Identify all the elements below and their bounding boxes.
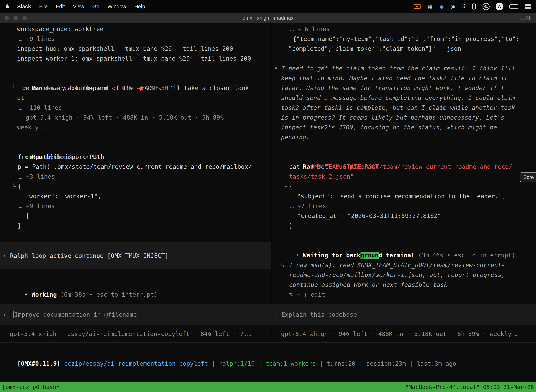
team-workers: team:1 workers bbox=[266, 360, 316, 367]
terminal-line: from pathlib import Path bbox=[0, 152, 271, 162]
json-brace: { bbox=[18, 183, 21, 190]
terminal-line: } bbox=[271, 221, 536, 231]
project-path: cczip/essay/ai-reimplementation-copyleft bbox=[64, 360, 208, 367]
ellipsis-more-lines: … +7 lines bbox=[290, 202, 326, 210]
ellipsis-more-lines: … +16 lines bbox=[290, 25, 330, 33]
screen-recording-icon[interactable] bbox=[414, 4, 421, 9]
separator: | bbox=[258, 360, 262, 367]
prompt-input[interactable]: ›Improve documentation in @filename bbox=[0, 304, 271, 325]
json-arg-line: '{"team_name":"my-team","task_id":"1","f… bbox=[289, 35, 519, 42]
menu-view[interactable]: View bbox=[73, 4, 84, 9]
elbow-icon: └ bbox=[283, 183, 287, 190]
percent-badge-icon[interactable]: 61 bbox=[483, 3, 490, 10]
thinking-line: later. Using the same for transition mig… bbox=[271, 83, 536, 93]
ralph-counter: ralph:1/10 bbox=[219, 360, 255, 367]
terminal-line: "subject": "send a concise recommendatio… bbox=[271, 191, 536, 201]
thinking-line: task2 after task1 is complete, but can I… bbox=[271, 103, 536, 112]
left-pane[interactable]: workspace_mode: worktree … +9 lines insp… bbox=[0, 23, 271, 342]
thinking-line: should send a message before completing … bbox=[271, 93, 536, 103]
edit-shortcut-hint: ⌥ + ↑ edit bbox=[289, 291, 325, 298]
json-brace: } bbox=[289, 222, 293, 229]
thinking-line: keep that in mind. Maybe I also need the… bbox=[271, 73, 536, 83]
blue-app-icon[interactable]: ◆ bbox=[439, 3, 444, 10]
dots-grid-icon[interactable]: ⠿ bbox=[462, 4, 466, 10]
ellipsis-more-lines: … +9 lines bbox=[19, 35, 55, 42]
config-line: inspect_worker-1: omx sparkshell --tmux-… bbox=[17, 55, 251, 62]
terminal-line: └{ bbox=[271, 182, 536, 191]
output-line: at bbox=[17, 94, 24, 101]
model-status-text: gpt-5.4 xhigh · essay/ai-reimplementatio… bbox=[10, 330, 251, 337]
omx-version-label: [OMX#0.11.9] bbox=[17, 360, 61, 367]
omx-status-line: [OMX#0.11.9]cczip/essay/ai-reimplementat… bbox=[0, 349, 536, 359]
command-path-arg: "$OMX_TEAM_STATE_ROOT/team/review-curren… bbox=[304, 163, 512, 170]
code-line: p = Path('.omx/state/team/review-current… bbox=[18, 163, 252, 170]
command-name: cat bbox=[289, 163, 300, 170]
ellipsis-more-lines: … +9 lines bbox=[19, 202, 55, 210]
config-line: inspect_hud: omx sparkshell --tmux-pane … bbox=[17, 45, 233, 52]
terminal-line: … +3 lines bbox=[0, 172, 271, 182]
terminal-line: at bbox=[0, 93, 271, 103]
json-brace: { bbox=[289, 183, 293, 190]
menu-window[interactable]: Window bbox=[107, 4, 126, 9]
window-title-bar[interactable]: omx --xhigh --madmax ⌥⌘1 bbox=[0, 13, 536, 23]
separator: | bbox=[211, 360, 215, 367]
device-status-icon[interactable] bbox=[472, 4, 476, 9]
control-center-icon[interactable] bbox=[525, 4, 531, 9]
terminal-line: p = Path('.omx/state/team/review-current… bbox=[0, 162, 271, 172]
grid-app-icon[interactable]: ▦ bbox=[428, 4, 433, 10]
active-app-name[interactable]: Slack bbox=[17, 4, 31, 9]
tmux-status-bar: [omx-cczip0:bash* "MacBook-Pro-44.local"… bbox=[0, 382, 536, 392]
terminal-line: "completed","claim_token":"claim-token"}… bbox=[271, 44, 536, 54]
thinking-text: keep that in mind. Maybe I also need the… bbox=[281, 75, 508, 82]
output-line: be necessary for the end of the README. … bbox=[22, 84, 249, 92]
menu-edit[interactable]: Edit bbox=[56, 4, 65, 9]
waiting-meta: (3m 46s • esc to interrupt) bbox=[418, 252, 515, 259]
notification-fragment: Scre bbox=[520, 173, 536, 182]
prompt-placeholder: Improve documentation in @filename bbox=[14, 311, 137, 318]
thinking-text: inspect task2's JSON, focusing on the st… bbox=[281, 124, 497, 131]
terminal-line: … +110 lines bbox=[0, 103, 271, 112]
mailbox-message-line: ↳1 new msg(s): read $OMX_TEAM_STATE_ROOT… bbox=[271, 260, 536, 270]
bullet-icon: • bbox=[274, 65, 278, 72]
working-meta: (6m 38s • esc to interrupt) bbox=[60, 291, 158, 298]
menu-file[interactable]: File bbox=[39, 4, 48, 9]
terminal-line: … +9 lines bbox=[0, 34, 271, 44]
separator: | bbox=[359, 360, 363, 367]
json-line: "worker": "worker-1", bbox=[26, 193, 101, 200]
tmux-session-window[interactable]: [omx-cczip0:bash* bbox=[2, 382, 60, 392]
terminal-line: … +7 lines bbox=[271, 201, 536, 211]
inject-status-text: Ralph loop active continue [OMX_TMUX_INJ… bbox=[10, 252, 168, 259]
terminal-line: inspect_worker-1: omx sparkshell --tmux-… bbox=[0, 54, 271, 63]
tmux-host-clock: "MacBook-Pro-44.local" 05:03 31-Mar-26 bbox=[405, 382, 534, 392]
highlighted-chars: groun bbox=[360, 252, 378, 259]
prompt-input[interactable]: ›Explain this codebase bbox=[271, 304, 536, 325]
knob-app-icon[interactable]: ◉ bbox=[450, 4, 455, 10]
waiting-label: Waiting for back bbox=[303, 252, 361, 259]
apple-menu-icon[interactable] bbox=[5, 4, 9, 9]
waiting-label: d terminal bbox=[379, 252, 415, 259]
menu-bar: Slack File Edit View Go Window Help ▦ ◆ … bbox=[0, 0, 536, 13]
working-status-line: •Working(6m 38s • esc to interrupt) bbox=[0, 280, 271, 289]
thinking-line: inspect task2's JSON, focusing on the st… bbox=[271, 122, 536, 132]
right-pane[interactable]: … +16 lines '{"team_name":"my-team","tas… bbox=[271, 23, 536, 342]
terminal-line: inspect_hud: omx sparkshell --tmux-pane … bbox=[0, 44, 271, 54]
ran-command-line: •Rantmuxcapture-pane-t %25 -p -S -80 bbox=[0, 73, 271, 83]
terminal-line: └be necessary for the end of the README.… bbox=[0, 83, 271, 93]
menu-go[interactable]: Go bbox=[92, 4, 99, 9]
menu-help[interactable]: Help bbox=[134, 4, 145, 9]
terminal[interactable]: workspace_mode: worktree … +9 lines insp… bbox=[0, 23, 536, 392]
bullet-icon: • bbox=[296, 252, 299, 259]
inject-status-band[interactable]: ›Ralph loop active continue [OMX_TMUX_IN… bbox=[0, 242, 271, 269]
window-shortcut: ⌥⌘1 bbox=[518, 15, 536, 21]
bullet-icon: • bbox=[24, 291, 28, 298]
ran-command-line: •Ranset-euo pipefail bbox=[271, 152, 536, 162]
keyboard-layout-icon[interactable]: A bbox=[496, 3, 502, 10]
config-line: workspace_mode: worktree bbox=[17, 25, 103, 33]
json-line: "subject": "send a concise recommendatio… bbox=[297, 193, 506, 200]
reply-arrow-icon: ↳ bbox=[281, 261, 285, 269]
waiting-status-line: •Waiting for background terminal(3m 46s … bbox=[271, 240, 536, 250]
message-text: readme-and-reco/mailbox/worker-1.json, a… bbox=[289, 271, 505, 278]
terminal-line: gpt-5.4 xhigh · 94% left · 488K in · 5.1… bbox=[0, 112, 271, 122]
terminal-line: └{ bbox=[0, 182, 271, 191]
battery-icon[interactable] bbox=[509, 5, 518, 9]
